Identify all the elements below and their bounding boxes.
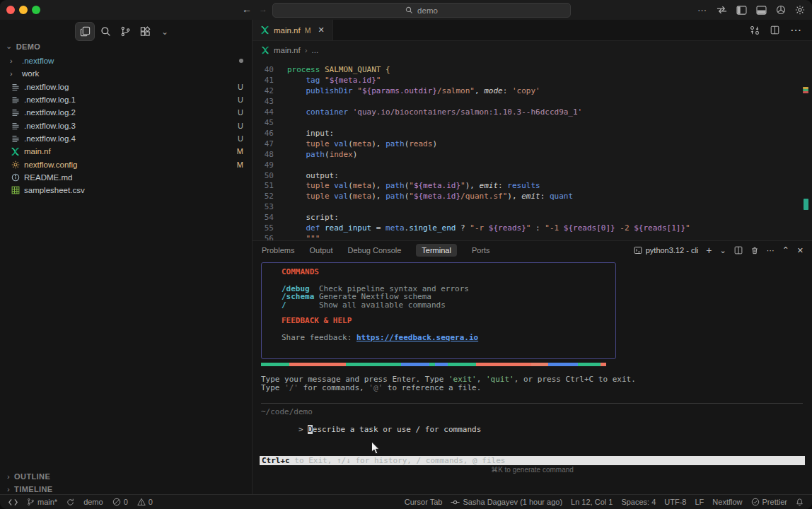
tree-item--nextflow-log[interactable]: .nextflow.logU	[0, 81, 252, 93]
minimize-window-button[interactable]	[19, 6, 28, 14]
breadcrumb-file[interactable]: main.nf	[274, 46, 301, 54]
file-label: .nextflow.log.1	[24, 95, 76, 104]
split-editor-icon[interactable]	[770, 25, 779, 35]
settings-gear-icon[interactable]	[795, 5, 805, 15]
navigate-forward-icon[interactable]: →	[259, 4, 267, 14]
sync-arrows-icon[interactable]	[717, 6, 727, 14]
cli-prompt-input[interactable]: > Describe a task or use / for commands	[261, 416, 481, 443]
tree-item-work[interactable]: ›work	[0, 67, 252, 80]
status-item-utf-8[interactable]: UTF-8	[664, 498, 686, 506]
line-number: 43	[253, 97, 274, 107]
tree-item--nextflow-log-4[interactable]: .nextflow.log.4U	[0, 132, 252, 145]
kill-terminal-icon[interactable]	[750, 246, 759, 255]
panel-tab-ports[interactable]: Ports	[472, 246, 490, 255]
tree-item--nextflow[interactable]: ›.nextflow	[0, 54, 252, 67]
toggle-panel-icon[interactable]	[756, 6, 767, 15]
status-item-0[interactable]: 0	[112, 498, 128, 506]
more-actions-icon[interactable]: ⋯	[697, 5, 707, 16]
feedback-line: Share feedback: https://feedback.seqera.…	[282, 334, 615, 342]
text-cursor: D	[308, 425, 313, 434]
new-terminal-icon[interactable]: +	[706, 245, 712, 256]
status-item-prettier[interactable]: Prettier	[751, 498, 787, 506]
tab-main-nf[interactable]: main.nf M ✕	[253, 20, 333, 40]
divider	[261, 403, 803, 404]
terminal-shell-selector[interactable]: python3.12 - cli	[634, 246, 699, 255]
status-item-remote[interactable]	[8, 498, 18, 506]
code-line: 54 script:	[253, 213, 812, 223]
sidebar: ⌄ ⌄ DEMO ›.nextflow›work.nextflow.logU.n…	[0, 20, 253, 495]
line-number: 44	[253, 107, 274, 118]
line-number: 55	[253, 223, 274, 234]
line-number: 42	[253, 86, 274, 97]
status-item-demo[interactable]: demo	[83, 498, 103, 506]
git-status-badge: U	[238, 122, 243, 130]
panel-tab-output[interactable]: Output	[309, 246, 332, 255]
breadcrumb-tail[interactable]: ...	[312, 46, 319, 54]
line-number: 52	[253, 192, 274, 202]
remote-icon	[8, 498, 18, 506]
panel-actions: python3.12 - cli + ⌄ ⋯ ⌃ ✕	[634, 245, 812, 256]
generate-command-hint: ⌘K to generate command	[253, 466, 812, 474]
cli-help-box: COMMANDS /debugCheck pipeline syntax and…	[261, 262, 616, 359]
cli-shortcut-bar: Ctrl+c to Exit, ↑/↓ for history, / comma…	[260, 456, 805, 465]
extensions-icon[interactable]	[136, 23, 154, 40]
tab-close-icon[interactable]: ✕	[318, 25, 324, 35]
tree-item--nextflow-log-2[interactable]: .nextflow.log.2U	[0, 106, 252, 119]
navigate-back-icon[interactable]: ←	[242, 4, 252, 15]
more-actions-icon[interactable]: ⋯	[790, 23, 802, 37]
bottom-panel: ProblemsOutputDebug ConsoleTerminalPorts…	[253, 240, 812, 509]
gear-file-icon	[10, 160, 21, 169]
panel-tab-bar: ProblemsOutputDebug ConsoleTerminalPorts…	[253, 241, 812, 259]
source-control-icon[interactable]	[116, 23, 134, 40]
chevron-right-icon: ›	[7, 485, 10, 493]
chevron-down-icon[interactable]: ⌄	[720, 246, 726, 255]
tree-item-README-md[interactable]: README.md	[0, 171, 252, 184]
toggle-sidebar-icon[interactable]	[736, 6, 747, 15]
feedback-link[interactable]: https://feedback.seqera.io	[356, 333, 478, 342]
panel-tab-terminal[interactable]: Terminal	[416, 244, 457, 257]
more-actions-icon[interactable]: ⋯	[767, 246, 775, 255]
status-item-main-[interactable]: main*	[27, 498, 57, 506]
tree-item--nextflow-log-1[interactable]: .nextflow.log.1U	[0, 93, 252, 106]
tree-item--nextflow-log-3[interactable]: .nextflow.log.3U	[0, 119, 252, 131]
scrollbar-thumb[interactable]	[804, 199, 808, 210]
status-item-sync[interactable]	[66, 498, 74, 506]
status-item-ln-12-col-1[interactable]: Ln 12, Col 1	[571, 498, 613, 506]
code-line: 45	[253, 118, 812, 129]
terminal-content[interactable]: COMMANDS /debugCheck pipeline syntax and…	[253, 259, 812, 509]
tree-item-samplesheet-csv[interactable]: samplesheet.csv	[0, 184, 252, 197]
explorer-icon[interactable]	[75, 22, 95, 41]
status-item-bell[interactable]	[796, 498, 804, 506]
status-item-0[interactable]: 0	[137, 498, 153, 506]
git-status-badge: U	[238, 95, 243, 104]
chevron-down-icon[interactable]: ⌄	[156, 23, 174, 40]
status-item-nextflow[interactable]: Nextflow	[712, 498, 742, 506]
maximize-panel-icon[interactable]: ⌃	[782, 245, 789, 255]
explorer-section-header[interactable]: ⌄ DEMO	[6, 42, 40, 51]
split-terminal-icon[interactable]	[734, 246, 743, 255]
code-line: 51 tuple val(meta), path("${meta.id}"), …	[253, 181, 812, 192]
error-icon	[112, 498, 121, 506]
file-label: work	[22, 69, 39, 78]
close-panel-icon[interactable]: ✕	[797, 246, 804, 255]
file-label: .nextflow.log	[24, 83, 69, 91]
outline-section[interactable]: › OUTLINE	[0, 470, 252, 483]
copilot-icon[interactable]	[776, 5, 786, 15]
panel-tab-problems[interactable]: Problems	[262, 246, 294, 255]
status-item-spaces-4[interactable]: Spaces: 4	[621, 498, 656, 506]
code-lines: 40process SALMON_QUANT {41 tag "${meta.i…	[253, 65, 812, 255]
status-item-cursor-tab[interactable]: Cursor Tab	[405, 498, 443, 506]
tree-item-nextflow-config[interactable]: nextflow.configM	[0, 158, 252, 170]
status-item-lf[interactable]: LF	[695, 498, 704, 506]
code-editor[interactable]: 40process SALMON_QUANT {41 tag "${meta.i…	[253, 59, 812, 260]
nextflow-file-icon	[260, 25, 269, 35]
search-sidebar-icon[interactable]	[96, 23, 115, 40]
tree-item-main-nf[interactable]: main.nfM	[0, 145, 252, 158]
open-changes-icon[interactable]	[750, 25, 760, 35]
breadcrumb[interactable]: main.nf › ...	[253, 41, 812, 59]
command-center-search[interactable]: demo	[272, 3, 571, 18]
panel-tab-debug-console[interactable]: Debug Console	[348, 246, 402, 255]
close-window-button[interactable]	[6, 6, 15, 14]
zoom-window-button[interactable]	[32, 6, 40, 14]
status-item-sasha-dagayev-1-hour-ago-[interactable]: Sasha Dagayev (1 hour ago)	[451, 498, 562, 506]
